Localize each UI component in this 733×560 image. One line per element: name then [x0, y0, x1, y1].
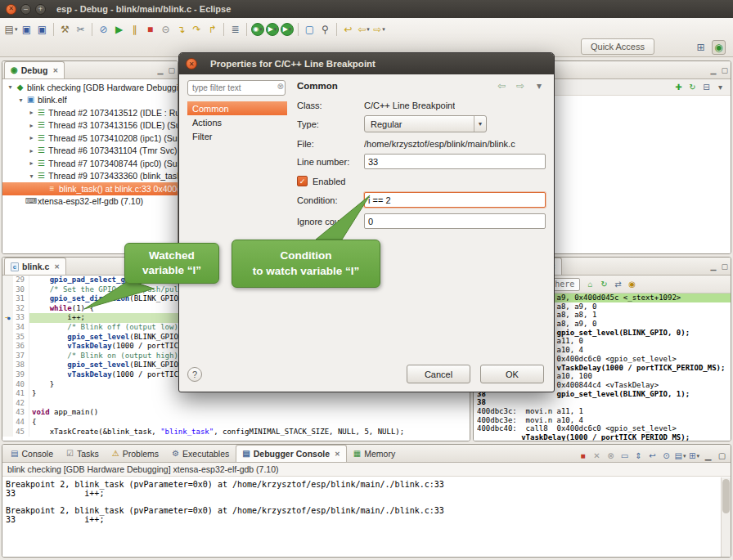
close-tab-icon[interactable]: ✕ [52, 67, 58, 74]
forward-icon[interactable]: ⇨ [515, 80, 526, 92]
new-source-file-icon[interactable]: ▢ [303, 22, 317, 37]
open-console-icon[interactable]: ⊞▾ [688, 450, 700, 462]
window-maximize-button[interactable]: + [35, 4, 46, 15]
dialog-nav-filter[interactable]: Filter [187, 129, 287, 143]
skip-breakpoints-icon[interactable]: ⊘ [97, 22, 110, 37]
minimize-icon[interactable]: ▁ [711, 262, 717, 271]
registers-view-menu-icon[interactable]: ▾ [714, 81, 726, 93]
tree-caret-icon[interactable]: ▸ [27, 147, 36, 155]
tab-debugger-console[interactable]: ▤Debugger Console✕ [236, 445, 347, 462]
debug-tree-item[interactable]: ▸☰Thread #5 1073410208 (ipc1) (Suspended… [2, 132, 178, 145]
save-icon[interactable]: ▣ [20, 22, 34, 37]
clear-filter-icon[interactable]: ⊗ [277, 82, 284, 91]
tab-problems[interactable]: ⚠Problems [106, 445, 165, 462]
dialog-nav-common[interactable]: Common [187, 101, 287, 115]
forward-icon[interactable]: ⇨▾ [372, 22, 386, 37]
remove-launch-icon[interactable]: ✕ [591, 450, 603, 462]
tree-caret-icon[interactable]: ▸ [27, 134, 36, 141]
debug-icon[interactable]: ◉▾ [251, 23, 264, 36]
scrollbar-thumb[interactable] [722, 479, 730, 513]
step-into-icon[interactable]: ↴ [174, 22, 188, 37]
debug-tree-item[interactable]: ▸☰Thread #6 1073431104 (Tmr Svc) (Suspen… [2, 145, 178, 158]
view-menu-icon[interactable]: ▾ [533, 80, 545, 92]
maximize-icon[interactable]: ▢ [721, 66, 728, 74]
dialog-nav-actions[interactable]: Actions [187, 115, 287, 129]
last-edit-location-icon[interactable]: ↩ [341, 22, 355, 37]
build-icon[interactable]: ⚒ [58, 22, 72, 37]
type-dropdown[interactable]: Regular ▾ [364, 115, 487, 132]
refresh-disassembly-icon[interactable]: ↻ [598, 278, 610, 290]
debug-tree-item[interactable]: ▸☰Thread #2 1073413512 (IDLE : Running) [2, 106, 178, 119]
console-output[interactable]: Breakpoint 2, blink_task (pvParameter=0x… [2, 477, 731, 557]
cut-icon[interactable]: ✂ [74, 22, 88, 37]
open-perspective-icon[interactable]: ⊞ [694, 40, 708, 55]
step-return-icon[interactable]: ↱ [205, 22, 219, 37]
terminate-icon[interactable]: ■ [143, 22, 157, 37]
window-close-button[interactable]: ✕ [6, 4, 16, 15]
tab-console[interactable]: ▤Console [4, 445, 60, 462]
tree-caret-icon[interactable]: ▾ [6, 83, 15, 91]
add-register-group-icon[interactable]: ✚ [672, 81, 685, 93]
tree-caret-icon[interactable]: ▸ [27, 122, 36, 129]
minimize-icon[interactable]: ▁ [702, 450, 714, 462]
new-wizard-icon[interactable]: ▤▾ [4, 22, 18, 37]
condition-input[interactable] [364, 192, 546, 208]
suspend-icon[interactable]: ∥ [128, 22, 142, 37]
back-icon[interactable]: ⇦ [496, 80, 507, 92]
remove-all-launches-icon[interactable]: ⊗ [605, 450, 617, 462]
maximize-icon[interactable]: ▢ [168, 66, 175, 74]
dialog-titlebar[interactable]: ✕ Properties for C/C++ Line Breakpoint [179, 53, 554, 74]
minimize-icon[interactable]: ▁ [711, 66, 717, 74]
tab-tasks[interactable]: ☑Tasks [60, 445, 106, 462]
tree-caret-icon[interactable]: ▸ [27, 109, 36, 116]
resume-icon[interactable]: ▶ [112, 22, 126, 37]
close-tab-icon[interactable]: ✕ [54, 263, 60, 271]
disconnect-icon[interactable]: ⊝ [159, 22, 173, 37]
back-icon[interactable]: ⇦▾ [357, 22, 371, 37]
console-scrollbar[interactable] [721, 477, 731, 557]
display-selected-console-icon[interactable]: ▤▾ [674, 450, 686, 462]
scroll-lock-icon[interactable]: ⇕ [632, 450, 645, 462]
tree-caret-icon[interactable]: ▸ [27, 159, 36, 167]
run-icon[interactable]: ▶▾ [266, 23, 279, 36]
terminate-icon[interactable]: ■ [577, 450, 589, 462]
search-icon[interactable]: ⚲ [318, 22, 332, 37]
cancel-button[interactable]: Cancel [407, 365, 470, 383]
external-tools-icon[interactable]: ▶▾ [281, 23, 294, 36]
tab-memory[interactable]: ▦Memory [347, 445, 402, 462]
debug-tree-item[interactable]: ⌨xtensa-esp32-elf-gdb (7.10) [2, 195, 178, 208]
save-all-icon[interactable]: ▣ [35, 22, 49, 37]
maximize-icon[interactable]: ▢ [716, 450, 728, 462]
tab-blink-c[interactable]: cblink.c✕ [4, 258, 66, 275]
word-wrap-icon[interactable]: ↩ [646, 450, 659, 462]
track-expression-icon[interactable]: ◉ [626, 278, 638, 290]
debug-tree-item[interactable]: ▾▣blink.elf [2, 94, 178, 107]
pin-console-icon[interactable]: ⊙ [660, 450, 672, 462]
collapse-all-icon[interactable]: ⊟ [700, 81, 713, 93]
debug-tree-item[interactable]: ≡blink_task() at blink.c:33 0x400dbc30 [2, 182, 178, 195]
tree-caret-icon[interactable]: ▾ [16, 96, 25, 104]
debug-tree-item[interactable]: ▾☰Thread #9 1073433360 (blink_task) (Sus… [2, 170, 178, 183]
clear-console-icon[interactable]: ▭ [618, 450, 631, 462]
maximize-icon[interactable]: ▢ [721, 262, 728, 271]
ok-button[interactable]: OK [480, 365, 544, 383]
line-number-input[interactable] [364, 154, 546, 169]
minimize-icon[interactable]: ▁ [158, 66, 164, 74]
window-minimize-button[interactable]: – [20, 4, 31, 15]
tab-debug[interactable]: ◉Debug✕ [4, 61, 65, 78]
debug-tree-item[interactable]: ▸☰Thread #3 1073413156 (IDLE) (Suspended… [2, 119, 178, 132]
instruction-stepping-icon[interactable]: ≣ [228, 22, 242, 37]
enabled-checkbox[interactable]: ✓ [297, 176, 308, 186]
home-icon[interactable]: ⌂ [584, 278, 596, 290]
tree-caret-icon[interactable]: ▾ [27, 172, 36, 180]
debug-tree-item[interactable]: ▸☰Thread #7 1073408744 (ipc0) (Suspended… [2, 157, 178, 170]
help-button[interactable]: ? [187, 367, 202, 382]
dialog-close-button[interactable]: ✕ [186, 58, 197, 69]
breakpoint-marker-icon[interactable]: →● [2, 313, 13, 323]
debug-perspective-icon[interactable]: ◉ [712, 40, 726, 55]
close-tab-icon[interactable]: ✕ [335, 450, 340, 458]
refresh-registers-icon[interactable]: ↻ [686, 81, 699, 93]
step-over-icon[interactable]: ↷ [190, 22, 204, 37]
tab-executables[interactable]: ⚙Executables [165, 445, 236, 462]
debug-tree-item[interactable]: ▾◆blink checking [GDB Hardware Debugging… [2, 81, 178, 94]
